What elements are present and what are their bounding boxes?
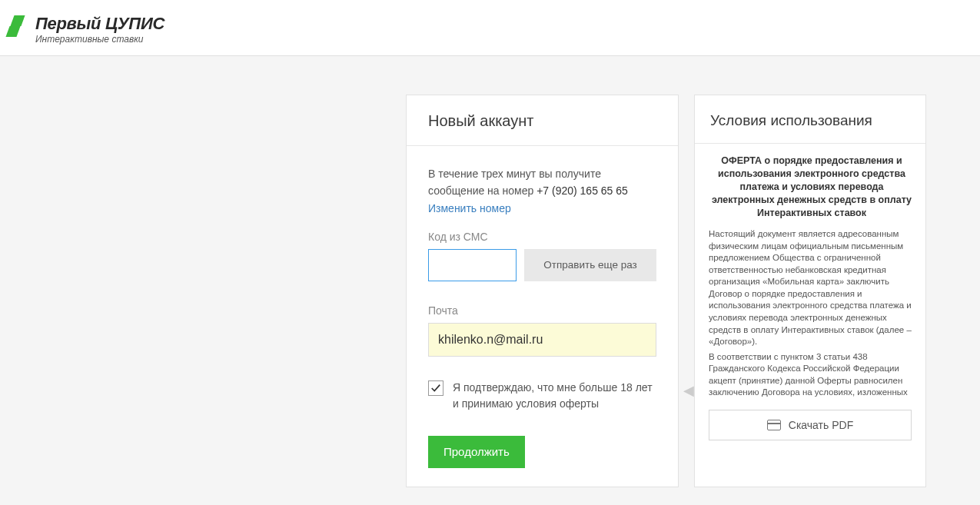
age-confirm-text: Я подтверждаю, что мне больше 18 лет и п… — [453, 380, 656, 413]
terms-title: Условия использования — [695, 95, 925, 144]
sms-code-label: Код из СМС — [428, 231, 656, 243]
terms-scroll-area[interactable]: ОФЕРТА о порядке предоставления и исполь… — [695, 144, 925, 397]
logo-subtitle: Интерактивные ставки — [35, 34, 164, 45]
sms-code-input[interactable] — [428, 249, 517, 281]
card-icon — [767, 420, 781, 430]
terms-card: Условия использования ОФЕРТА о порядке п… — [694, 95, 926, 487]
download-pdf-label: Скачать PDF — [789, 419, 853, 431]
new-account-card: Новый аккаунт В течение трех минут вы по… — [406, 95, 679, 487]
new-account-title: Новый аккаунт — [407, 95, 678, 146]
logo[interactable]: Первый ЦУПИС Интерактивные ставки — [8, 14, 164, 45]
sms-info-line1: В течение трех минут вы получите — [428, 166, 656, 181]
sms-info-prefix: сообщение на номер — [428, 184, 537, 197]
download-pdf-button[interactable]: Скачать PDF — [709, 410, 912, 440]
header: Первый ЦУПИС Интерактивные ставки — [0, 0, 980, 56]
terms-paragraph: Настоящий документ является адресованным… — [709, 228, 915, 347]
email-input[interactable] — [428, 323, 656, 357]
age-confirm-checkbox[interactable] — [428, 380, 443, 396]
offer-heading: ОФЕРТА о порядке предоставления и исполь… — [709, 154, 915, 219]
email-label: Почта — [428, 304, 656, 317]
check-icon — [430, 383, 441, 394]
sms-info-line2: сообщение на номер +7 (920) 165 65 65 — [428, 183, 656, 198]
change-number-link[interactable]: Изменить номер — [428, 202, 511, 214]
terms-paragraph: В соответствии с пунктом 3 статьи 438 Гр… — [709, 351, 915, 397]
logo-icon — [8, 15, 29, 37]
collapse-arrow-icon[interactable]: ◀ — [683, 382, 694, 399]
logo-title: Первый ЦУПИС — [35, 14, 164, 34]
phone-number: +7 (920) 165 65 65 — [537, 184, 628, 197]
continue-button[interactable]: Продолжить — [428, 436, 525, 468]
resend-sms-button[interactable]: Отправить еще раз — [524, 249, 656, 281]
